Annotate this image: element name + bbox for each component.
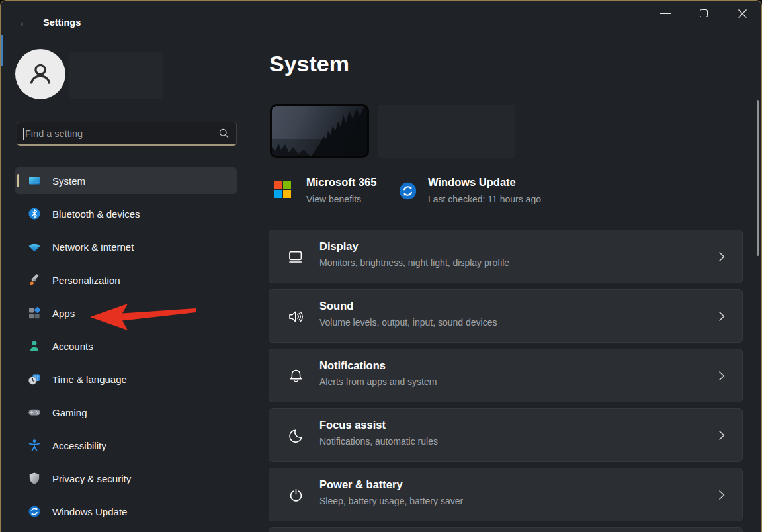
chevron-right-icon: [716, 369, 728, 382]
view-benefits-link[interactable]: View benefits: [306, 194, 361, 204]
username-placeholder: [69, 52, 163, 99]
card-subtitle: Alerts from apps and system: [319, 377, 437, 387]
minimize-button[interactable]: [646, 1, 685, 26]
microsoft-365-title: Microsoft 365: [306, 176, 376, 189]
page-title: System: [269, 51, 349, 77]
text-cursor: [23, 128, 24, 140]
windows-update-status-title[interactable]: Windows Update: [428, 176, 516, 189]
chevron-right-icon: [716, 250, 728, 263]
sidebar-item-label: Apps: [52, 308, 75, 319]
sidebar-item-bluetooth-devices[interactable]: Bluetooth & devices: [15, 200, 237, 227]
settings-card-notifications[interactable]: Notifications Alerts from apps and syste…: [269, 349, 743, 402]
microsoft-logo-icon: [274, 181, 291, 198]
card-title: Notifications: [319, 359, 386, 372]
ms-logo-yellow-square: [283, 190, 291, 198]
background-window-edge: [1, 35, 3, 66]
selected-indicator-pill: [17, 174, 19, 187]
card-title: Sound: [319, 300, 353, 312]
sidebar-item-label: Accessibility: [52, 440, 106, 451]
maximize-icon: [700, 9, 708, 17]
sidebar-item-system[interactable]: System: [15, 167, 237, 194]
gamepad-icon: [28, 406, 41, 419]
sidebar-item-network-internet[interactable]: Network & internet: [15, 234, 237, 260]
window-title: Settings: [43, 17, 81, 28]
windows-update-status-icon: [399, 182, 417, 200]
sidebar-item-label: Accounts: [52, 341, 93, 352]
power-icon: [287, 486, 305, 504]
sidebar-item-windows-update[interactable]: Windows Update: [15, 498, 237, 525]
settings-card-sound[interactable]: Sound Volume levels, output, input, soun…: [269, 289, 743, 343]
maximize-button[interactable]: [685, 1, 723, 26]
ms-logo-blue-square: [274, 190, 282, 198]
sidebar-item-apps[interactable]: Apps: [15, 300, 237, 326]
card-title: Display: [319, 240, 359, 253]
bluetooth-icon: [28, 207, 41, 220]
minimize-icon: [660, 13, 671, 14]
update-icon: [28, 505, 41, 518]
sidebar-item-label: Personalization: [52, 275, 120, 286]
sidebar-item-accounts[interactable]: Accounts: [15, 333, 237, 359]
sidebar-nav: System Bluetooth & devices Network & int…: [15, 167, 237, 531]
card-subtitle: Monitors, brightness, night light, displ…: [319, 257, 509, 268]
moon-icon: [287, 427, 305, 445]
user-icon: [25, 59, 56, 89]
settings-card-display[interactable]: Display Monitors, brightness, night ligh…: [269, 230, 743, 283]
wifi-icon: [28, 240, 41, 253]
system-icon: [28, 174, 41, 187]
chevron-right-icon: [716, 310, 728, 323]
card-subtitle: Notifications, automatic rules: [319, 436, 438, 447]
avatar[interactable]: [15, 49, 65, 99]
sidebar-item-label: Time & language: [52, 374, 127, 385]
settings-list: Display Monitors, brightness, night ligh…: [269, 230, 743, 532]
sidebar-item-label: Windows Update: [52, 506, 127, 517]
accessibility-icon: [28, 439, 41, 452]
ms-logo-red-square: [274, 181, 282, 189]
card-title: Power & battery: [319, 478, 403, 491]
sound-icon: [287, 308, 305, 326]
sidebar-item-label: Gaming: [52, 407, 87, 418]
person-icon: [28, 339, 41, 353]
scrollbar-thumb[interactable]: [757, 100, 759, 256]
sidebar-item-label: Network & internet: [52, 242, 134, 253]
sidebar-item-label: Privacy & security: [52, 473, 131, 484]
card-subtitle: Sleep, battery usage, battery saver: [319, 496, 463, 506]
sidebar-item-personalization[interactable]: Personalization: [15, 267, 237, 293]
close-icon: [738, 9, 747, 19]
settings-card-partial[interactable]: [269, 527, 743, 532]
sidebar-item-label: Bluetooth & devices: [52, 208, 140, 220]
paintbrush-icon: [28, 273, 41, 287]
settings-card-focus-assist[interactable]: Focus assist Notifications, automatic ru…: [269, 408, 743, 462]
sidebar-item-privacy-security[interactable]: Privacy & security: [15, 465, 237, 492]
sidebar-item-gaming[interactable]: Gaming: [15, 399, 237, 425]
card-subtitle: Volume levels, output, input, sound devi…: [319, 317, 497, 328]
display-icon: [287, 248, 305, 266]
search-box[interactable]: [17, 122, 237, 146]
settings-card-power-battery[interactable]: Power & battery Sleep, battery usage, ba…: [269, 468, 743, 521]
card-title: Focus assist: [319, 419, 386, 431]
settings-window: ← Settings System: [0, 0, 762, 532]
device-name-placeholder: [378, 105, 515, 158]
ms-logo-green-square: [283, 181, 291, 189]
desktop-preview-image: [270, 104, 369, 158]
bell-icon: [287, 367, 305, 385]
forest-illustration: [272, 106, 367, 156]
sidebar-item-time-language[interactable]: Time & language: [15, 366, 237, 392]
chevron-right-icon: [716, 488, 728, 502]
apps-icon: [28, 306, 41, 320]
sidebar-item-accessibility[interactable]: Accessibility: [15, 432, 237, 459]
close-button[interactable]: [723, 1, 761, 26]
search-icon: [218, 128, 230, 139]
shield-icon: [28, 472, 41, 485]
search-input[interactable]: [25, 122, 210, 144]
last-checked-text: Last checked: 11 hours ago: [428, 194, 541, 204]
sidebar-item-label: System: [52, 175, 85, 187]
back-icon[interactable]: ←: [15, 14, 34, 31]
chevron-right-icon: [716, 429, 728, 442]
window-controls: [646, 1, 761, 26]
clock-language-icon: [28, 373, 41, 386]
